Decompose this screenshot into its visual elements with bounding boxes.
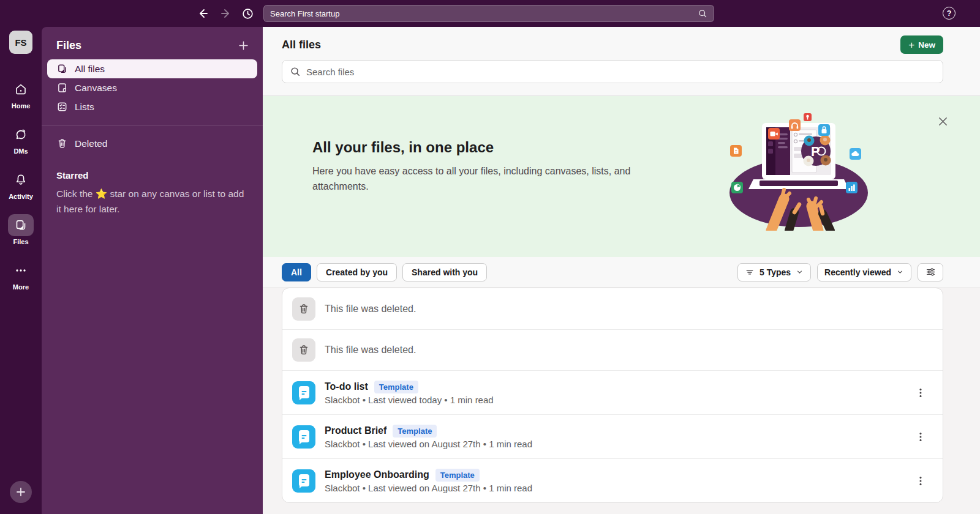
- banner-close-button[interactable]: [936, 114, 949, 128]
- sidebar-item-canvases[interactable]: Canvases: [47, 78, 257, 97]
- history-back-button[interactable]: [196, 6, 211, 21]
- canvas-file-icon: [292, 469, 315, 493]
- sort-dropdown[interactable]: Recently viewed: [817, 263, 911, 281]
- rail-item-home[interactable]: Home: [0, 78, 42, 110]
- filter-toolbar: All Created by you Shared with you 5 Typ…: [263, 257, 980, 288]
- canvas-file-icon: [292, 381, 315, 404]
- sidebar-divider: [42, 125, 263, 125]
- deleted-file-icon: [292, 338, 315, 362]
- file-options-button[interactable]: [914, 474, 927, 488]
- file-options-button[interactable]: [914, 430, 927, 444]
- trash-icon: [298, 344, 310, 356]
- top-bar: Search First startup ?: [0, 0, 980, 27]
- file-row-deleted-1[interactable]: This file was deleted.: [282, 288, 943, 329]
- home-icon: [14, 83, 28, 96]
- template-badge: Template: [374, 381, 418, 393]
- kebab-menu-icon: [915, 475, 926, 487]
- lists-icon: [56, 101, 68, 113]
- file-row-product-brief[interactable]: Product Brief Template Slackbot • Last v…: [282, 414, 943, 458]
- plus-icon: [15, 486, 26, 497]
- banner-description: Here you have easy access to all your fi…: [312, 164, 646, 195]
- canvas-file-icon: [292, 425, 315, 449]
- slack-app-window: Search First startup ? FS Home DMs Activ…: [0, 0, 980, 514]
- advanced-filters-button[interactable]: [918, 263, 943, 281]
- sliders-icon: [925, 267, 936, 277]
- clock-icon: [241, 7, 254, 20]
- files-list-area: This file was deleted. This file was del…: [263, 288, 980, 514]
- rail-nav: Home DMs Activity Files More: [0, 78, 42, 291]
- help-button[interactable]: ?: [943, 7, 956, 20]
- workspace-search-placeholder: Search First startup: [270, 9, 339, 18]
- sidebar-new-button[interactable]: [238, 40, 249, 51]
- filter-tab-shared-with-you[interactable]: Shared with you: [402, 263, 487, 281]
- main-header-section: All files + New: [263, 27, 980, 96]
- types-filter-dropdown[interactable]: 5 Types: [737, 263, 811, 281]
- file-row-employee-onboarding[interactable]: Employee Onboarding Template Slackbot • …: [282, 458, 943, 502]
- rail-item-dms[interactable]: DMs: [0, 124, 42, 155]
- rail-item-activity[interactable]: Activity: [0, 169, 42, 200]
- search-icon: [698, 9, 707, 18]
- rail-item-more[interactable]: More: [0, 259, 42, 291]
- file-meta: Slackbot • Last viewed on August 27th • …: [325, 483, 532, 493]
- new-file-button[interactable]: + New: [900, 35, 943, 54]
- sidebar-item-all-files[interactable]: All files: [47, 59, 257, 78]
- file-title: Employee Onboarding: [325, 469, 429, 480]
- template-badge: Template: [435, 469, 480, 482]
- svg-text:P: P: [811, 144, 820, 159]
- file-row-todo-list[interactable]: To-do list Template Slackbot • Last view…: [282, 370, 943, 414]
- workspace-search-bar[interactable]: Search First startup: [263, 5, 714, 22]
- trash-icon: [56, 138, 68, 149]
- file-meta: Slackbot • Last viewed today • 1 min rea…: [325, 395, 494, 405]
- filter-tab-created-by-you[interactable]: Created by you: [317, 263, 397, 281]
- filter-tab-all[interactable]: All: [282, 263, 311, 281]
- dms-icon: [14, 128, 28, 141]
- canvas-icon: [292, 381, 315, 404]
- files-main-panel: All files + New All your files, in one p…: [263, 27, 980, 514]
- more-ellipsis-icon: [14, 264, 28, 277]
- template-badge: Template: [393, 425, 437, 438]
- kebab-menu-icon: [915, 387, 926, 399]
- deleted-file-text: This file was deleted.: [325, 345, 416, 356]
- canvas-icon: [292, 469, 315, 493]
- starred-section: Starred Click the ⭐ star on any canvas o…: [42, 153, 263, 217]
- search-icon: [290, 66, 301, 77]
- file-title: Product Brief: [325, 425, 386, 436]
- page-title: All files: [282, 39, 321, 51]
- starred-heading: Starred: [56, 170, 248, 181]
- files-list-card: This file was deleted. This file was del…: [282, 288, 943, 503]
- workspace-rail: FS Home DMs Activity Files More: [0, 27, 42, 514]
- file-options-button[interactable]: [914, 386, 927, 400]
- trash-icon: [298, 303, 310, 315]
- plus-icon: [238, 40, 249, 51]
- kebab-menu-icon: [915, 431, 926, 443]
- deleted-file-icon: [292, 297, 315, 321]
- deleted-file-text: This file was deleted.: [325, 304, 416, 315]
- close-icon: [937, 116, 949, 127]
- file-row-deleted-2[interactable]: This file was deleted.: [282, 329, 943, 370]
- files-intro-banner: All your files, in one place Here you ha…: [263, 96, 980, 257]
- canvases-icon: [56, 82, 68, 94]
- all-files-icon: [56, 63, 68, 75]
- rail-item-files[interactable]: Files: [0, 214, 42, 245]
- files-illustration: P: [725, 113, 872, 231]
- question-mark-icon: ?: [947, 9, 952, 18]
- files-icon: [14, 218, 28, 232]
- sidebar-title: Files: [56, 39, 81, 52]
- arrow-right-icon: [219, 7, 232, 20]
- plus-icon: +: [908, 40, 914, 50]
- create-new-button[interactable]: [10, 481, 32, 503]
- banner-title: All your files, in one place: [312, 139, 980, 156]
- history-forward-button[interactable]: [218, 6, 233, 21]
- workspace-switcher-avatar[interactable]: FS: [9, 31, 32, 54]
- chevron-down-icon: [796, 268, 804, 276]
- sidebar-item-deleted[interactable]: Deleted: [47, 134, 257, 153]
- file-title: To-do list: [325, 381, 368, 392]
- history-menu-button[interactable]: [240, 6, 255, 21]
- files-search-input[interactable]: [306, 67, 935, 77]
- chevron-down-icon: [896, 268, 904, 276]
- filter-lines-icon: [745, 267, 755, 277]
- sidebar-item-lists[interactable]: Lists: [47, 97, 257, 116]
- files-search-box: [282, 60, 943, 83]
- starred-hint: Click the ⭐ star on any canvas or list t…: [56, 187, 248, 217]
- file-meta: Slackbot • Last viewed on August 27th • …: [325, 439, 532, 449]
